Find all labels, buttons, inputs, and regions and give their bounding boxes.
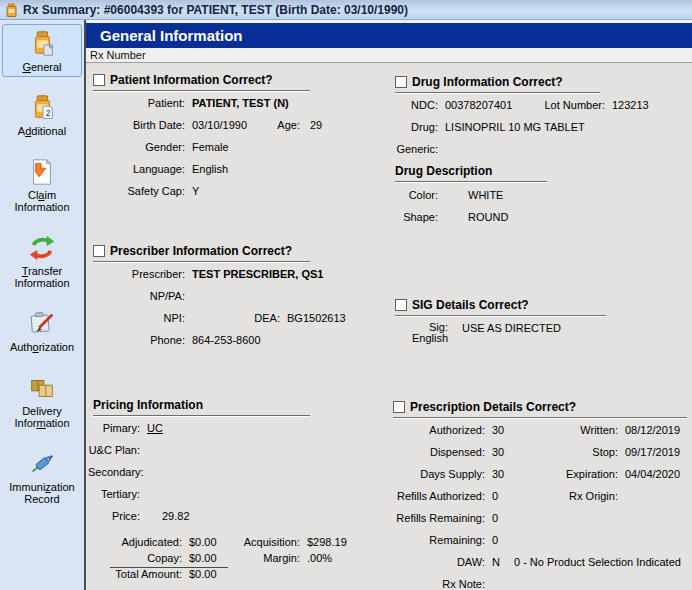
- field-remaining: Remaining: 0: [390, 534, 692, 547]
- field-generic: Generic:: [390, 143, 692, 156]
- sidebar-item-label: Additional: [18, 125, 66, 137]
- navigation-sidebar: General 2 Additional: [0, 20, 84, 590]
- field-rx-origin: Rx Origin:: [530, 490, 625, 502]
- field-dispensed: Dispensed: 30 Stop: 09/17/2019: [390, 446, 692, 459]
- field-dea: DEA: BG1502613: [240, 312, 346, 324]
- sidebar-item-transfer-information[interactable]: Transfer Information: [2, 228, 82, 293]
- field-days-supply: Days Supply: 30 Expiration: 04/04/2020: [390, 468, 692, 481]
- field-lot-number: Lot Number: 123213: [540, 99, 649, 111]
- section-header: Drug Information Correct?: [395, 75, 600, 93]
- sig-value: USE AS DIRECTED: [462, 322, 561, 334]
- field-drug: Drug: LISINOPRIL 10 MG TABLET: [390, 121, 692, 134]
- sidebar-item-label: Record: [24, 493, 59, 505]
- prescriber-info-correct-checkbox[interactable]: [93, 245, 105, 257]
- sidebar-item-label: Claim: [28, 189, 56, 201]
- field-sig: Sig: English USE AS DIRECTED: [390, 322, 692, 344]
- field-safety-cap: Safety Cap: Y: [88, 185, 390, 198]
- sidebar-item-immunization-record[interactable]: Immunization Record: [2, 444, 82, 509]
- sidebar-item-label: Immunization: [9, 481, 74, 493]
- field-npi: NPI: DEA: BG1502613: [88, 312, 390, 325]
- field-refills-remaining: Refills Remaining: 0: [390, 512, 692, 525]
- immunization-syringe-icon: [27, 449, 57, 479]
- drug-info-correct-checkbox[interactable]: [395, 76, 407, 88]
- drug-description-header: Drug Description: [395, 164, 547, 182]
- transfer-arrows-icon: [27, 233, 57, 263]
- sidebar-item-label: Transfer: [22, 265, 63, 277]
- sig-details-section: SIG Details Correct? Sig: English USE AS…: [390, 298, 692, 344]
- section-header: SIG Details Correct?: [395, 298, 606, 316]
- sidebar-item-label: Authorization: [10, 341, 74, 353]
- field-adjudicated: Adjudicated: $0.00 Acquisition: $298.19: [88, 536, 390, 549]
- sidebar-item-label: Information: [14, 201, 69, 213]
- pricing-information-section: Pricing Information Pimary: UC U&C Plan:…: [88, 398, 390, 581]
- drug-information-section: Drug Information Correct? NDC: 003782074…: [390, 75, 692, 224]
- sig-label: Sig: English: [390, 322, 448, 344]
- field-refills-authorized: Refills Authorized: 0 Rx Origin:: [390, 490, 692, 503]
- field-daw: DAW: N 0 - No Product Selection Indicate…: [390, 556, 692, 569]
- window-titlebar[interactable]: Rx Summary: #06004393 for PATIENT, TEST …: [0, 0, 692, 20]
- rx-number-bar: Rx Number: [86, 48, 692, 63]
- field-uc-plan: U&C Plan:: [88, 444, 390, 457]
- main-panel: General Information Rx Number Patient In…: [86, 20, 692, 590]
- rx-summary-window: Rx Summary: #06004393 for PATIENT, TEST …: [0, 0, 692, 590]
- section-header: Patient Information Correct?: [93, 73, 310, 91]
- page-title: General Information: [100, 27, 243, 44]
- field-prescriber: Prescriber: TEST PRESCRIBER, QS1: [88, 268, 390, 281]
- field-copay: Copay: $0.00 Margin: .00%: [88, 552, 390, 565]
- authorization-pen-icon: [27, 309, 57, 339]
- field-shape: Shape: ROUND: [390, 211, 692, 224]
- field-ndc: NDC: 00378207401 Lot Number: 123213: [390, 99, 692, 112]
- field-price: Price: 29.82: [88, 510, 390, 523]
- rx-number-label: Rx Number: [90, 49, 146, 61]
- field-age: Age: 29: [260, 119, 322, 131]
- sidebar-item-label: General: [22, 61, 61, 73]
- field-language: Language: English: [88, 163, 390, 176]
- field-primary: Pimary: UC: [88, 422, 390, 435]
- field-written: Written: 08/12/2019: [530, 424, 680, 436]
- pill-bottle-icon: [27, 29, 57, 59]
- general-information-content: Patient Information Correct? Patient: PA…: [86, 63, 692, 590]
- section-title: Patient Information Correct?: [110, 73, 273, 87]
- claim-document-icon: [27, 157, 57, 187]
- prescription-details-correct-checkbox[interactable]: [393, 401, 405, 413]
- section-header: Pricing Information: [93, 398, 310, 416]
- field-color: Color: WHITE: [390, 189, 692, 202]
- patient-info-correct-checkbox[interactable]: [93, 74, 105, 86]
- field-rx-note: Rx Note:: [390, 578, 692, 590]
- sig-details-correct-checkbox[interactable]: [395, 299, 407, 311]
- pill-bottle-icon: [5, 3, 18, 17]
- section-title: Drug Information Correct?: [412, 75, 563, 89]
- sidebar-item-claim-information[interactable]: Claim Information: [2, 152, 82, 217]
- sidebar-item-general[interactable]: General: [2, 24, 82, 77]
- section-title: Pricing Information: [93, 398, 203, 412]
- window-title: Rx Summary: #06004393 for PATIENT, TEST …: [23, 3, 408, 17]
- prescriber-information-section: Prescriber Information Correct? Prescrib…: [88, 244, 390, 347]
- daw-description: 0 - No Product Selection Indicated: [514, 556, 681, 568]
- section-title: Prescription Details Correct?: [410, 400, 576, 414]
- sidebar-item-label: Delivery: [22, 405, 62, 417]
- field-acquisition: Acquisition: $298.19: [208, 536, 347, 548]
- sidebar-item-delivery-information[interactable]: Delivery Information: [2, 368, 82, 433]
- pill-bottle-2-icon: 2: [27, 93, 57, 123]
- section-title: SIG Details Correct?: [412, 298, 529, 312]
- field-np-pa: NP/PA:: [88, 290, 390, 303]
- sidebar-item-label: Information: [14, 417, 69, 429]
- field-secondary: Secondary:: [88, 466, 390, 479]
- sidebar-item-authorization[interactable]: Authorization: [2, 304, 82, 357]
- field-tertiary: Tertiary:: [88, 488, 390, 501]
- field-margin: Margin: .00%: [208, 552, 332, 564]
- field-phone: Phone: 864-253-8600: [88, 334, 390, 347]
- field-authorized: Authorized: 30 Written: 08/12/2019: [390, 424, 692, 437]
- field-patient: Patient: PATIENT, TEST (N): [88, 97, 390, 110]
- field-expiration: Expiration: 04/04/2020: [530, 468, 680, 480]
- svg-text:2: 2: [46, 108, 51, 118]
- sidebar-item-additional[interactable]: 2 Additional: [2, 88, 82, 141]
- field-gender: Gender: Female: [88, 141, 390, 154]
- field-total-amount: Total Amount: $0.00: [88, 568, 390, 581]
- section-header: Prescriber Information Correct?: [93, 244, 310, 262]
- delivery-boxes-icon: [27, 373, 57, 403]
- field-stop: Stop: 09/17/2019: [530, 446, 680, 458]
- sidebar-item-label: Information: [14, 277, 69, 289]
- field-birth-date: Birth Date: 03/10/1990 Age: 29: [88, 119, 390, 132]
- section-header: Prescription Details Correct?: [393, 400, 687, 418]
